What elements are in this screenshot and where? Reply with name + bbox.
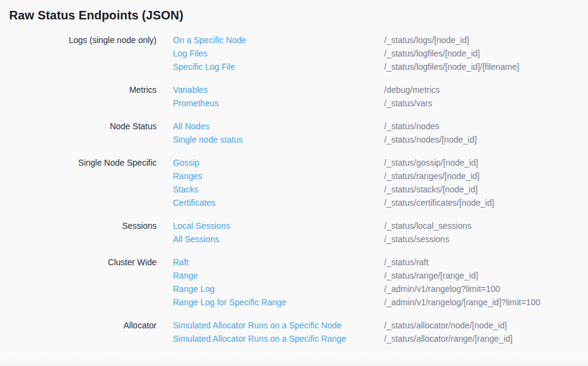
endpoint-path: /_status/nodes [384,120,439,133]
endpoint-path: /_status/sessions [384,232,449,246]
endpoint-sections: Logs (single node only)On a Specific Nod… [0,33,588,345]
endpoint-row: Certificates/_status/certificates/[node_… [173,196,588,209]
endpoint-path: /_admin/v1/rangelog?limit=100 [384,282,500,296]
endpoint-link[interactable]: Local Sessions [173,219,384,232]
endpoint-path: /_status/allocator/range/[range_id] [384,332,513,345]
endpoint-section: Node StatusAll Nodes/_status/nodesSingle… [0,120,588,146]
section-rows: Simulated Allocator Runs on a Specific N… [173,319,588,345]
section-rows: Local Sessions/_status/local_sessionsAll… [173,219,588,246]
endpoint-path: /_status/gossip/[node_id] [384,156,478,169]
endpoint-section: AllocatorSimulated Allocator Runs on a S… [0,319,588,345]
endpoint-path: /_status/vars [384,97,432,110]
endpoint-path: /_status/logfiles/[node_id]/[filename] [384,60,519,73]
section-rows: Raft/_status/raftRange/_status/range/[ra… [173,256,588,309]
endpoint-path: /_status/range/[range_id] [384,269,478,282]
endpoint-link[interactable]: Simulated Allocator Runs on a Specific R… [173,332,384,345]
endpoint-row: Raft/_status/raft [173,256,588,269]
endpoint-path: /_status/local_sessions [384,219,471,232]
endpoint-path: /_status/raft [384,256,428,269]
section-rows: Gossip/_status/gossip/[node_id]Ranges/_s… [173,156,588,209]
section-category: Sessions [0,219,157,246]
section-category: Allocator [0,319,157,345]
endpoint-row: All Sessions/_status/sessions [173,232,588,246]
section-category: Node Status [0,120,157,146]
endpoint-row: Gossip/_status/gossip/[node_id] [173,156,588,169]
endpoint-row: Stacks/_status/stacks/[node_id] [173,183,588,196]
endpoint-row: Ranges/_status/ranges/[node_id] [173,169,588,183]
endpoint-link[interactable]: All Nodes [173,120,384,133]
endpoint-link[interactable]: Simulated Allocator Runs on a Specific N… [173,319,384,332]
section-category: Metrics [0,83,157,110]
endpoint-path: /_status/stacks/[node_id] [384,183,478,196]
endpoint-path: /_status/certificates/[node_id] [384,196,494,209]
endpoint-link[interactable]: Log Files [173,47,384,60]
page: Raw Status Endpoints (JSON) Logs (single… [0,8,588,366]
footer-band [0,357,588,366]
endpoint-row: Single node status/_status/nodes/[node_i… [173,133,588,146]
endpoint-path: /_status/nodes/[node_id] [384,133,477,146]
section-rows: Variables/debug/metricsPrometheus/_statu… [173,83,588,110]
section-rows: All Nodes/_status/nodesSingle node statu… [173,120,588,146]
endpoint-path: /_status/logs/[node_id] [384,33,469,47]
endpoint-link[interactable]: Stacks [173,183,384,196]
endpoint-section: MetricsVariables/debug/metricsPrometheus… [0,83,588,110]
endpoint-path: /_status/allocator/node/[node_id] [384,319,507,332]
page-title: Raw Status Endpoints (JSON) [9,8,588,22]
endpoint-link[interactable]: All Sessions [173,232,384,246]
endpoint-link[interactable]: Raft [173,256,384,269]
endpoint-link[interactable]: Variables [173,83,384,97]
endpoint-section: Logs (single node only)On a Specific Nod… [0,33,588,73]
endpoint-row: Log Files/_status/logfiles/[node_id] [173,47,588,60]
endpoint-row: Specific Log File/_status/logfiles/[node… [173,60,588,73]
endpoint-link[interactable]: Ranges [173,169,384,183]
endpoint-link[interactable]: Range Log for Specific Range [173,296,384,309]
endpoint-section: Cluster WideRaft/_status/raftRange/_stat… [0,256,588,309]
endpoint-section: Single Node SpecificGossip/_status/gossi… [0,156,588,209]
endpoint-path: /_status/ranges/[node_id] [384,169,479,183]
endpoint-row: Range Log/_admin/v1/rangelog?limit=100 [173,282,588,296]
endpoint-link[interactable]: Prometheus [173,97,384,110]
endpoint-row: Local Sessions/_status/local_sessions [173,219,588,232]
section-rows: On a Specific Node/_status/logs/[node_id… [173,33,588,73]
endpoint-row: Range Log for Specific Range/_admin/v1/r… [173,296,588,309]
endpoint-link[interactable]: Certificates [173,196,384,209]
endpoint-row: Simulated Allocator Runs on a Specific R… [173,332,588,345]
endpoint-row: Prometheus/_status/vars [173,97,588,110]
endpoint-row: Simulated Allocator Runs on a Specific N… [173,319,588,332]
endpoint-path: /_admin/v1/rangelog/[range_id]?limit=100 [384,296,540,309]
section-category: Single Node Specific [0,156,157,209]
endpoint-link[interactable]: Specific Log File [173,60,384,73]
endpoint-link[interactable]: On a Specific Node [173,33,384,47]
endpoint-link[interactable]: Range Log [173,282,384,296]
endpoint-path: /_status/logfiles/[node_id] [384,47,480,60]
endpoint-section: SessionsLocal Sessions/_status/local_ses… [0,219,588,246]
section-category: Logs (single node only) [0,33,157,73]
endpoint-row: All Nodes/_status/nodes [173,120,588,133]
endpoint-link[interactable]: Single node status [173,133,384,146]
endpoint-row: Variables/debug/metrics [173,83,588,97]
endpoint-path: /debug/metrics [384,83,440,97]
endpoint-link[interactable]: Range [173,269,384,282]
endpoint-row: On a Specific Node/_status/logs/[node_id… [173,33,588,47]
section-category: Cluster Wide [0,256,157,309]
endpoint-row: Range/_status/range/[range_id] [173,269,588,282]
endpoint-link[interactable]: Gossip [173,156,384,169]
